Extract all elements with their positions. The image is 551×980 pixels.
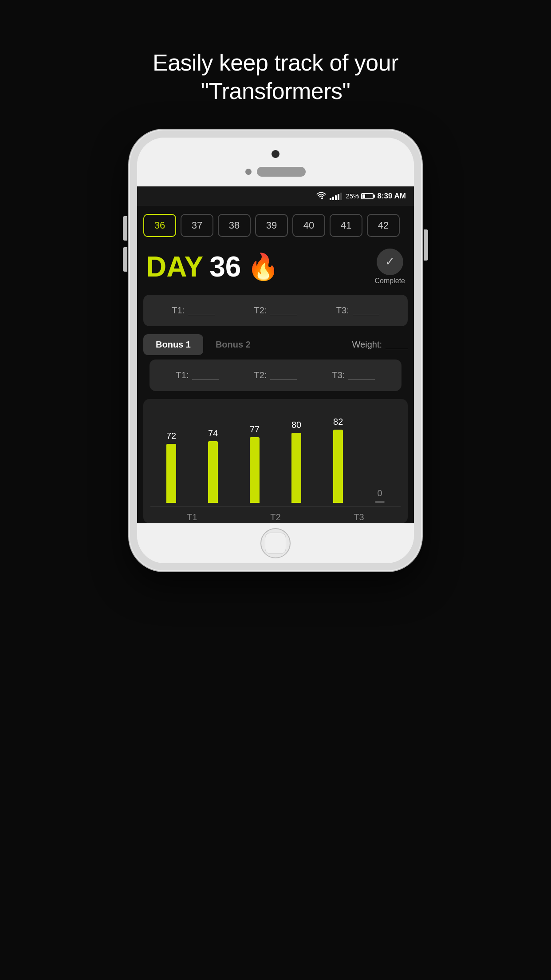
bonus-t3-input[interactable] [348, 370, 375, 380]
chart-bar-value-0: 72 [166, 431, 176, 441]
chart-bar-value-1: 74 [208, 428, 218, 439]
tagline: Easily keep track of your "Transformers" [153, 24, 398, 105]
complete-circle: ✓ [377, 249, 403, 275]
day-pill-36[interactable]: 36 [143, 214, 176, 237]
t1-field-group: T1: [172, 305, 215, 316]
weight-input[interactable] [386, 340, 408, 349]
bonus-t1-label: T1: [176, 370, 189, 380]
bonus1-tab[interactable]: Bonus 1 [143, 334, 203, 355]
bonus-t2-group: T2: [254, 370, 297, 380]
front-camera [272, 150, 279, 158]
status-time: 8:39 AM [377, 192, 406, 201]
home-button-inner [265, 533, 286, 554]
chart-bar-value-3: 80 [291, 420, 301, 430]
bonus2-tab[interactable]: Bonus 2 [203, 334, 263, 355]
chart-bar-0 [166, 444, 176, 503]
phone-inner: 25% 8:39 AM 36373839404142 DAY 36 🔥 [137, 138, 414, 563]
t2-input[interactable] [270, 305, 297, 315]
bonus-t1-input[interactable] [192, 370, 219, 380]
wifi-icon [316, 192, 326, 200]
bonus-t1-group: T1: [176, 370, 219, 380]
weight-label: Weight: [352, 340, 382, 350]
chart-bar-group-2: 77 [250, 424, 260, 503]
day-pill-42[interactable]: 42 [367, 214, 400, 237]
flame-icon: 🔥 [247, 252, 279, 282]
chart-bar-group-3: 80 [291, 420, 301, 503]
complete-label: Complete [375, 277, 405, 285]
day-title: DAY 36 🔥 [146, 250, 279, 283]
volume-up-button[interactable] [123, 216, 127, 241]
day-header: DAY 36 🔥 ✓ Complete [137, 245, 414, 295]
battery-icon [361, 193, 374, 199]
axis-label-t2: T2 [270, 512, 280, 522]
chart-bar-3 [291, 433, 301, 503]
bonus-t3-group: T3: [332, 370, 375, 380]
chart-zero-bar-el [375, 501, 385, 503]
chart-bar-4 [333, 430, 343, 503]
bonus-input-card: T1: T2: T3: [150, 360, 401, 391]
chart-bar-value-2: 77 [250, 424, 260, 435]
speaker-area [245, 167, 306, 177]
bonus-tabs-row: Bonus 1 Bonus 2 Weight: [143, 334, 408, 355]
axis-label-t3: T3 [354, 512, 364, 522]
day-pill-40[interactable]: 40 [292, 214, 325, 237]
t2-field-group: T2: [254, 305, 297, 316]
day-pill-38[interactable]: 38 [218, 214, 251, 237]
bonus-t3-label: T3: [332, 370, 345, 380]
checkmark-icon: ✓ [385, 255, 395, 269]
t3-input[interactable] [353, 305, 379, 315]
complete-button[interactable]: ✓ Complete [375, 249, 405, 285]
speaker-grille [257, 167, 306, 177]
battery-percent: 25% [346, 192, 359, 200]
battery-container: 25% [346, 192, 374, 200]
chart-zero-bar: 0 [375, 488, 385, 503]
day-pill-39[interactable]: 39 [255, 214, 288, 237]
bonus-t2-input[interactable] [270, 370, 297, 380]
chart-axis: T1T2T3 [150, 506, 401, 529]
axis-label-t1: T1 [187, 512, 197, 522]
chart-bar-1 [208, 441, 218, 503]
tagline-line2: "Transformers" [153, 77, 398, 105]
status-bar: 25% 8:39 AM [137, 186, 414, 206]
chart-card: 72747780820 T1T2T3 [143, 399, 408, 523]
mic-dot [245, 169, 252, 175]
bottom-bezel [137, 523, 414, 563]
chart-bar-group-1: 74 [208, 428, 218, 503]
home-button[interactable] [260, 528, 291, 558]
t2-label: T2: [254, 305, 267, 316]
t1-label: T1: [172, 305, 185, 316]
day-number: 36 [209, 250, 241, 283]
t3-label: T3: [336, 305, 349, 316]
phone-shell: 25% 8:39 AM 36373839404142 DAY 36 🔥 [129, 130, 422, 571]
bonus-t2-label: T2: [254, 370, 267, 380]
signal-bars [330, 192, 342, 200]
chart-bar-group-0: 72 [166, 431, 176, 503]
day-selector: 36373839404142 [137, 206, 414, 245]
volume-down-button[interactable] [123, 247, 127, 272]
status-bar-icons: 25% 8:39 AM [316, 192, 406, 201]
chart-zero-value: 0 [377, 488, 382, 498]
bonus-section: Bonus 1 Bonus 2 Weight: T1: [143, 334, 408, 391]
t1-input[interactable] [188, 305, 215, 315]
weight-field: Weight: [352, 340, 408, 350]
day-pill-41[interactable]: 41 [330, 214, 362, 237]
chart-bars-container: 72747780820 [150, 410, 401, 503]
chart-bar-value-4: 82 [333, 417, 343, 427]
main-input-card: T1: T2: T3: [143, 295, 408, 326]
day-label: DAY [146, 250, 203, 283]
chart-bar-2 [250, 437, 260, 503]
chart-bar-group-4: 82 [333, 417, 343, 503]
t3-field-group: T3: [336, 305, 379, 316]
tagline-line1: Easily keep track of your [153, 49, 398, 76]
screen: 25% 8:39 AM 36373839404142 DAY 36 🔥 [137, 186, 414, 523]
top-bezel [137, 138, 414, 186]
power-button[interactable] [424, 229, 428, 261]
day-pill-37[interactable]: 37 [181, 214, 213, 237]
